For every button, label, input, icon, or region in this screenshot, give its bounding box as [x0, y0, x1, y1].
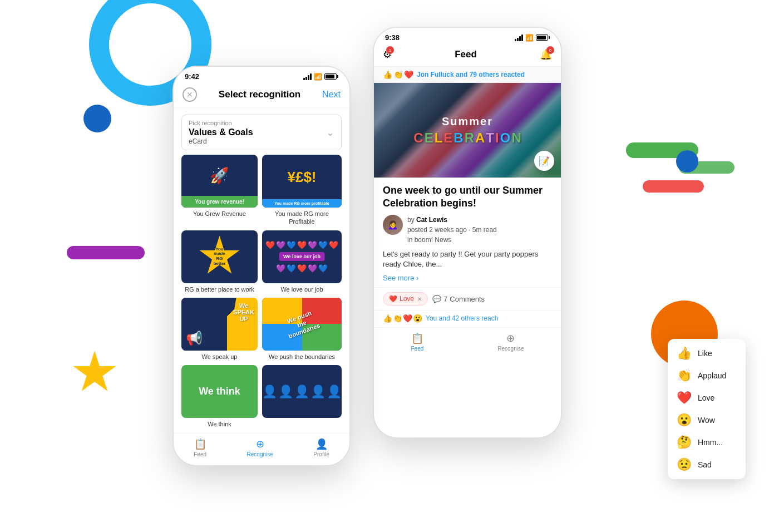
recognise-icon-right: ⊕: [506, 332, 515, 344]
emoji-char: 😟: [677, 457, 692, 472]
feed-title: Feed: [455, 49, 477, 60]
card-profitable-caption: You made RG more Profitable: [262, 210, 342, 226]
recognition-cards-grid: 🚀 You grew revenue! You Grew Revenue ¥£$…: [174, 155, 349, 450]
profile-icon: 👤: [315, 438, 328, 450]
status-icons-left: 📶: [303, 73, 338, 81]
nav-feed-label-right: Feed: [411, 346, 423, 352]
emoji-char: 👏: [677, 368, 692, 383]
nav-recognise-label-right: Recognise: [497, 346, 524, 352]
card-push-boundaries-caption: We push the boundaries: [269, 353, 335, 361]
post-content: One week to go until our Summer Celebrat…: [374, 178, 561, 287]
reaction-emojis-bar: 👍 👏 ❤️: [383, 70, 413, 79]
emoji-popup-item[interactable]: 👍Like: [668, 342, 746, 364]
footer-reaction-text: You and 42 others reach: [426, 314, 498, 322]
celebration-letter: C: [413, 130, 423, 146]
celebration-text: Summer CELEBRATION: [413, 115, 521, 146]
card-revenue[interactable]: 🚀 You grew revenue! You Grew Revenue: [181, 155, 258, 226]
post-title: One week to go until our Summer Celebrat…: [383, 184, 552, 210]
nav-recognise-left[interactable]: ⊕ Recognise: [247, 438, 273, 457]
picker-info: Pick recognition Values & Goals eCard: [189, 120, 253, 145]
nav-feed-right[interactable]: 📋 Feed: [411, 332, 423, 352]
card-rg-better-caption: RG a better place to work: [185, 285, 254, 293]
chevron-down-icon: ⌄: [326, 126, 334, 139]
emoji-char: 👍: [677, 346, 692, 361]
card-rg-better[interactable]: YoumadeRGbetter RG a better place to wor…: [181, 230, 258, 293]
celebration-letter: I: [495, 130, 499, 146]
celebration-letter: T: [486, 130, 494, 146]
emoji-label: Hmm...: [698, 438, 723, 447]
header-title: Select recognition: [219, 89, 300, 100]
filter-button[interactable]: ⚙ 1: [383, 48, 392, 61]
reaction-text: Jon Fulluck and 79 others reacted: [417, 71, 525, 78]
emoji-label: Love: [698, 393, 714, 402]
love-button[interactable]: ❤️ Love ✕: [383, 292, 428, 306]
picker-label: Pick recognition: [189, 120, 253, 126]
next-button[interactable]: Next: [322, 90, 341, 100]
post-excerpt: Let's get ready to party !! Get your par…: [383, 249, 552, 269]
signal-icon-right: [515, 35, 523, 41]
love-job-overlay: We love our job: [279, 252, 325, 261]
card-love-job-caption: We love our job: [280, 285, 323, 293]
right-phone: 9:38 📶 ⚙ 1 Feed 🔔 6: [373, 27, 562, 439]
card-love-job[interactable]: ❤️ 💜 💙 ❤️ 💜 💙 ❤️ 💜 💙 ❤️ 💜 💙 We love our …: [262, 230, 342, 293]
nav-recognise-right[interactable]: ⊕ Recognise: [497, 332, 524, 352]
card-diversity[interactable]: 👤 👤 👤 👤 👤: [262, 365, 342, 428]
feed-icon-right: 📋: [411, 332, 423, 344]
deco-rect-green-2: [679, 161, 734, 174]
emoji-popup-item[interactable]: 🤔Hmm...: [668, 431, 746, 454]
post-footer-reactions: 👍 👏 ❤️ 😮 You and 42 others reach: [374, 311, 561, 327]
celebration-letter: E: [443, 130, 452, 146]
celebration-letter: A: [475, 130, 485, 146]
author-avatar: 🙍‍♀️: [383, 215, 403, 235]
card-speak-up-caption: We speak up: [201, 353, 237, 361]
post-image: Summer CELEBRATION 📝: [374, 83, 561, 178]
comment-count: 7: [443, 295, 447, 303]
emoji-popup-item[interactable]: 😟Sad: [668, 454, 746, 476]
post-posted: posted 2 weeks ago · 5m read: [407, 226, 497, 234]
post-meta-text: by Cat Lewis posted 2 weeks ago · 5m rea…: [407, 215, 497, 245]
comment-icon: 💬: [432, 295, 441, 303]
card-revenue-label: You grew revenue!: [181, 196, 258, 208]
status-icons-right: 📶: [515, 34, 550, 42]
card-profitable[interactable]: ¥£$! You made RG more profitable You mad…: [262, 155, 342, 226]
emoji-label: Wow: [698, 416, 715, 425]
celebration-bg: Summer CELEBRATION 📝: [374, 83, 561, 178]
card-think-caption: We think: [208, 420, 231, 428]
close-button[interactable]: ✕: [183, 87, 197, 102]
left-phone-header: ✕ Select recognition Next: [174, 83, 349, 108]
wifi-icon-right: 📶: [525, 34, 534, 42]
picker-sub: eCard: [189, 137, 253, 145]
feed-header: ⚙ 1 Feed 🔔 6: [374, 44, 561, 67]
nav-feed-left[interactable]: 📋 Feed: [194, 438, 206, 457]
close-love-icon[interactable]: ✕: [417, 296, 422, 302]
nav-profile-label: Profile: [313, 451, 329, 457]
emoji-popup-item[interactable]: 😮Wow: [668, 409, 746, 431]
card-think[interactable]: We think We think: [181, 365, 258, 428]
signal-icon: [303, 73, 312, 80]
celebration-letters: CELEBRATION: [413, 130, 521, 146]
deco-rect-red: [643, 180, 704, 193]
nav-profile-left[interactable]: 👤 Profile: [313, 438, 329, 457]
card-speak-up[interactable]: 📢 WeSPEAKUP We speak up: [181, 298, 258, 361]
footer-emojis: 👍 👏 ❤️ 😮: [383, 314, 422, 323]
reaction-bar: 👍 👏 ❤️ Jon Fulluck and 79 others reacted: [374, 67, 561, 83]
bottom-nav-left: 📋 Feed ⊕ Recognise 👤 Profile: [174, 433, 349, 465]
comments-button[interactable]: 💬 7 Comments: [432, 295, 485, 303]
heart-icon: ❤️: [389, 295, 397, 303]
celebration-letter: R: [465, 130, 474, 146]
see-more-link[interactable]: See more ›: [383, 274, 418, 282]
status-bar-left: 9:42 📶: [174, 67, 349, 83]
filter-badge: 1: [386, 46, 394, 54]
nav-feed-label: Feed: [194, 451, 206, 457]
card-push-boundaries[interactable]: We pushtheboundaries We push the boundar…: [262, 298, 342, 361]
bell-button[interactable]: 🔔 6: [540, 48, 552, 61]
celebration-letter: B: [453, 130, 463, 146]
left-phone: 9:42 📶 ✕ Select recognition Next Pick: [172, 66, 351, 466]
battery-icon-right: [536, 35, 550, 41]
emoji-popup-item[interactable]: 👏Applaud: [668, 364, 746, 387]
emoji-reaction-popup: 👍Like👏Applaud❤️Love😮Wow🤔Hmm...😟Sad: [668, 339, 746, 479]
emoji-popup-item[interactable]: ❤️Love: [668, 387, 746, 409]
emoji-label: Like: [698, 349, 712, 358]
recognition-picker[interactable]: Pick recognition Values & Goals eCard ⌄: [181, 115, 342, 150]
emoji-label: Applaud: [698, 371, 726, 380]
